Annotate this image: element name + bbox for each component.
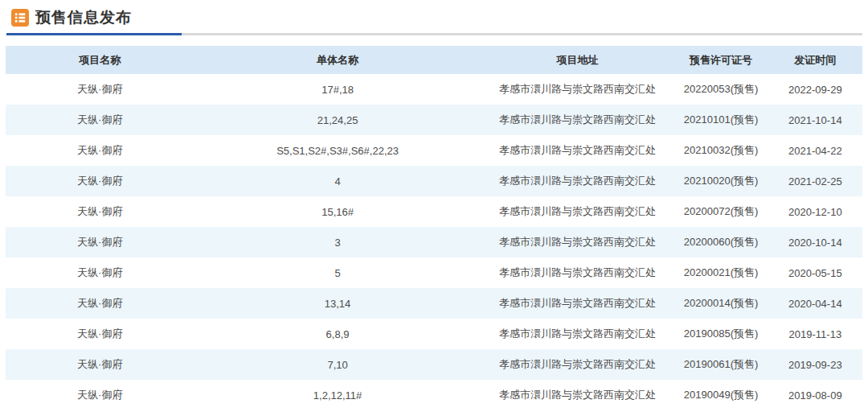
cell-license-number: 20200072(预售)	[674, 196, 768, 227]
cell-project-name: 天纵·御府	[6, 166, 194, 196]
table-header-row: 项目名称 单体名称 项目地址 预售许可证号 发证时间	[6, 46, 862, 74]
cell-license-number: 20210032(预售)	[674, 135, 768, 166]
presale-info-page: 预售信息发布 项目名称 单体名称 项目地址 预售许可证号 发证时间 天纵·御府 …	[0, 0, 868, 416]
table-row: 天纵·御府 6,8,9 孝感市澴川路与崇文路西南交汇处 20190085(预售)…	[6, 319, 862, 349]
cell-issue-date: 2019-11-13	[768, 319, 862, 349]
cell-unit-name: 17#,18	[194, 74, 481, 105]
cell-project-address: 孝感市澴川路与崇文路西南交汇处	[481, 105, 674, 135]
cell-project-address: 孝感市澴川路与崇文路西南交汇处	[481, 288, 674, 319]
title-underline	[6, 33, 862, 35]
cell-project-address: 孝感市澴川路与崇文路西南交汇处	[481, 227, 674, 257]
cell-issue-date: 2022-09-29	[768, 74, 862, 105]
table-row: 天纵·御府 13,14 孝感市澴川路与崇文路西南交汇处 20200014(预售)…	[6, 288, 862, 319]
cell-project-name: 天纵·御府	[6, 380, 194, 410]
cell-project-name: 天纵·御府	[6, 257, 194, 288]
cell-license-number: 20190061(预售)	[674, 349, 768, 380]
cell-unit-name: 5	[194, 257, 481, 288]
cell-project-address: 孝感市澴川路与崇文路西南交汇处	[481, 349, 674, 380]
presale-table: 项目名称 单体名称 项目地址 预售许可证号 发证时间 天纵·御府 17#,18 …	[6, 46, 862, 410]
cell-project-name: 天纵·御府	[6, 288, 194, 319]
cell-issue-date: 2020-05-15	[768, 257, 862, 288]
cell-project-address: 孝感市澴川路与崇文路西南交汇处	[481, 319, 674, 349]
cell-license-number: 20220053(预售)	[674, 74, 768, 105]
cell-license-number: 20210101(预售)	[674, 105, 768, 135]
cell-project-name: 天纵·御府	[6, 196, 194, 227]
cell-unit-name: 13,14	[194, 288, 481, 319]
cell-unit-name: 15,16#	[194, 196, 481, 227]
cell-issue-date: 2020-12-10	[768, 196, 862, 227]
cell-issue-date: 2020-10-14	[768, 227, 862, 257]
cell-unit-name: 4	[194, 166, 481, 196]
cell-unit-name: 3	[194, 227, 481, 257]
col-header-unit-name: 单体名称	[194, 46, 481, 74]
col-header-project-name: 项目名称	[6, 46, 194, 74]
cell-unit-name: 1,2,12,11#	[194, 380, 481, 410]
cell-project-name: 天纵·御府	[6, 135, 194, 166]
cell-license-number: 20190049(预售)	[674, 380, 768, 410]
cell-unit-name: 21,24,25	[194, 105, 481, 135]
title-underline-accent	[6, 33, 182, 35]
col-header-project-address: 项目地址	[481, 46, 674, 74]
table-row: 天纵·御府 21,24,25 孝感市澴川路与崇文路西南交汇处 20210101(…	[6, 105, 862, 135]
section-header: 预售信息发布	[0, 0, 868, 33]
cell-project-address: 孝感市澴川路与崇文路西南交汇处	[481, 135, 674, 166]
list-icon	[11, 9, 29, 27]
col-header-license-number: 预售许可证号	[674, 46, 768, 74]
cell-project-name: 天纵·御府	[6, 319, 194, 349]
cell-project-address: 孝感市澴川路与崇文路西南交汇处	[481, 74, 674, 105]
cell-license-number: 20200014(预售)	[674, 288, 768, 319]
table-row: 天纵·御府 7,10 孝感市澴川路与崇文路西南交汇处 20190061(预售) …	[6, 349, 862, 380]
table-row: 天纵·御府 S5,S1,S2#,S3#,S6#,22,23 孝感市澴川路与崇文路…	[6, 135, 862, 166]
cell-license-number: 20200021(预售)	[674, 257, 768, 288]
cell-unit-name: 7,10	[194, 349, 481, 380]
cell-project-address: 孝感市澴川路与崇文路西南交汇处	[481, 380, 674, 410]
table-row: 天纵·御府 15,16# 孝感市澴川路与崇文路西南交汇处 20200072(预售…	[6, 196, 862, 227]
cell-issue-date: 2020-04-14	[768, 288, 862, 319]
cell-issue-date: 2021-10-14	[768, 105, 862, 135]
col-header-issue-date: 发证时间	[768, 46, 862, 74]
cell-project-name: 天纵·御府	[6, 74, 194, 105]
cell-license-number: 20190085(预售)	[674, 319, 768, 349]
cell-license-number: 20200060(预售)	[674, 227, 768, 257]
cell-project-address: 孝感市澴川路与崇文路西南交汇处	[481, 166, 674, 196]
cell-project-name: 天纵·御府	[6, 105, 194, 135]
cell-project-address: 孝感市澴川路与崇文路西南交汇处	[481, 257, 674, 288]
table-row: 天纵·御府 1,2,12,11# 孝感市澴川路与崇文路西南交汇处 2019004…	[6, 380, 862, 410]
cell-project-name: 天纵·御府	[6, 349, 194, 380]
cell-issue-date: 2019-08-09	[768, 380, 862, 410]
cell-project-name: 天纵·御府	[6, 227, 194, 257]
cell-unit-name: 6,8,9	[194, 319, 481, 349]
table-row: 天纵·御府 4 孝感市澴川路与崇文路西南交汇处 20210020(预售) 202…	[6, 166, 862, 196]
cell-issue-date: 2019-09-23	[768, 349, 862, 380]
cell-issue-date: 2021-02-25	[768, 166, 862, 196]
table-row: 天纵·御府 5 孝感市澴川路与崇文路西南交汇处 20200021(预售) 202…	[6, 257, 862, 288]
table-row: 天纵·御府 17#,18 孝感市澴川路与崇文路西南交汇处 20220053(预售…	[6, 74, 862, 105]
cell-unit-name: S5,S1,S2#,S3#,S6#,22,23	[194, 135, 481, 166]
cell-project-address: 孝感市澴川路与崇文路西南交汇处	[481, 196, 674, 227]
table-row: 天纵·御府 3 孝感市澴川路与崇文路西南交汇处 20200060(预售) 202…	[6, 227, 862, 257]
page-title: 预售信息发布	[35, 9, 132, 27]
cell-issue-date: 2021-04-22	[768, 135, 862, 166]
cell-license-number: 20210020(预售)	[674, 166, 768, 196]
